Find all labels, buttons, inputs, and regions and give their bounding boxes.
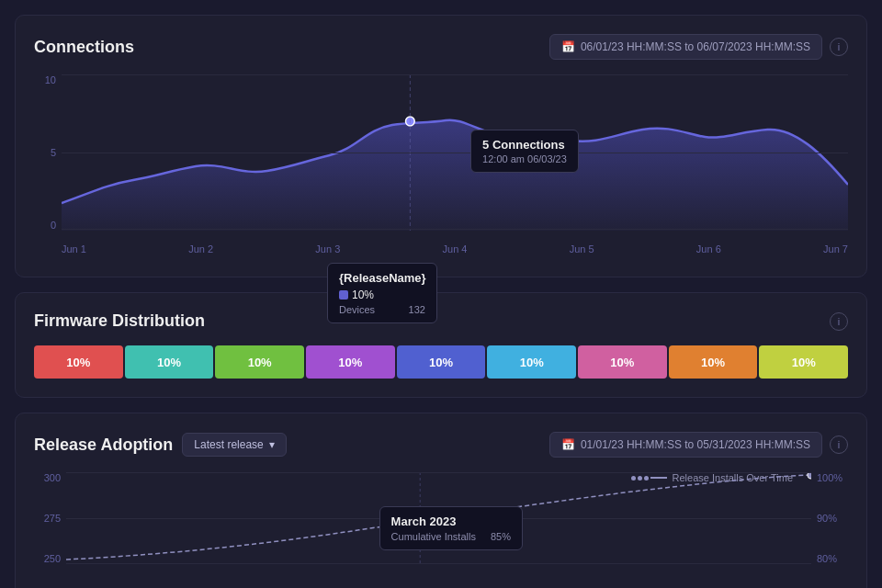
y-right-100: 100%	[817, 472, 842, 483]
fw-tooltip-percent-row: 10%	[339, 288, 425, 301]
fw-tooltip-swatch	[339, 290, 348, 300]
fw-tooltip-percent: 10%	[352, 288, 374, 301]
y-left-300: 300	[44, 472, 61, 483]
adoption-tooltip-sub-value: 85%	[491, 531, 511, 542]
adoption-grid-top	[66, 472, 811, 473]
connections-x-axis: Jun 1 Jun 2 Jun 3 Jun 4 Jun 5 Jun 6 Jun …	[62, 240, 848, 258]
y-label-10: 10	[45, 74, 56, 85]
firmware-bar: 10% 10% 10% 10% 10% 10% 10% 10% 10%	[34, 345, 848, 379]
release-info-icon[interactable]: i	[830, 435, 848, 454]
adoption-tooltip-sub-label: Cumulative Installs	[391, 531, 476, 542]
grid-line-top	[62, 74, 848, 75]
firmware-card: Firmware Distribution i {ReleaseName} 10…	[15, 292, 867, 398]
firmware-title: Firmware Distribution	[34, 311, 205, 331]
calendar-icon: 📅	[561, 40, 575, 53]
calendar-icon-release: 📅	[561, 438, 575, 451]
y-right-90: 90%	[817, 513, 837, 524]
x-label-jun1: Jun 1	[62, 243, 86, 254]
grid-line-bot	[62, 229, 848, 230]
release-adoption-title: Release Adoption	[34, 435, 173, 455]
y-left-250: 250	[44, 553, 61, 564]
fw-seg-4[interactable]: 10%	[397, 345, 486, 379]
firmware-bar-container: {ReleaseName} 10% Devices 132 10% 10% 10…	[34, 345, 848, 379]
adoption-y-right: 100% 90% 80%	[811, 472, 848, 564]
x-label-jun5: Jun 5	[570, 243, 594, 254]
connections-chart: 10 5 0	[34, 74, 848, 258]
connections-header: Connections 📅 06/01/23 HH:MM:SS to 06/07…	[34, 34, 848, 60]
fw-seg-6[interactable]: 10%	[578, 345, 667, 379]
fw-seg-7[interactable]: 10%	[669, 345, 758, 379]
fw-seg-3[interactable]: 10%	[306, 345, 395, 379]
fw-seg-2[interactable]: 10%	[215, 345, 304, 379]
release-date-text: 01/01/23 HH:MM:SS to 05/31/2023 HH:MM:SS	[581, 438, 810, 451]
adoption-chart-inner: March 2023 Cumulative Installs 85%	[66, 472, 811, 564]
x-label-jun4: Jun 4	[443, 243, 468, 254]
fw-tooltip-title: {ReleaseName}	[339, 271, 425, 285]
y-right-80: 80%	[817, 553, 837, 564]
fw-tooltip-devices-label: Devices	[339, 304, 375, 315]
firmware-header: Firmware Distribution i	[34, 311, 848, 331]
x-label-jun6: Jun 6	[696, 243, 721, 254]
fw-seg-1[interactable]: 10%	[125, 345, 214, 379]
fw-tooltip-devices: Devices 132	[339, 304, 425, 315]
connections-chart-area: 5 Connections 12:00 am 06/03/23	[62, 74, 848, 231]
fw-seg-0[interactable]: 10%	[34, 345, 123, 379]
firmware-info-icon[interactable]: i	[830, 312, 848, 331]
adoption-chart: Release Installs Over Time 300 275 250 1…	[34, 472, 848, 582]
release-header-right: 📅 01/01/23 HH:MM:SS to 05/31/2023 HH:MM:…	[549, 432, 848, 458]
adoption-grid-bot	[66, 563, 811, 564]
fw-tooltip-devices-count: 132	[409, 304, 425, 315]
release-date-range[interactable]: 📅 01/01/23 HH:MM:SS to 05/31/2023 HH:MM:…	[549, 432, 822, 458]
grid-line-mid	[62, 153, 848, 153]
connections-grid	[62, 74, 848, 231]
y-left-275: 275	[44, 513, 61, 524]
release-dropdown-label: Latest release	[194, 438, 263, 451]
connections-date-range[interactable]: 📅 06/01/23 HH:MM:SS to 06/07/2023 HH:MM:…	[549, 34, 822, 60]
connections-info-icon[interactable]: i	[830, 38, 848, 56]
connections-title: Connections	[34, 38, 134, 57]
connections-date-text: 06/01/23 HH:MM:SS to 06/07/2023 HH:MM:SS	[581, 40, 810, 53]
adoption-y-left: 300 275 250	[34, 472, 66, 564]
fw-seg-8[interactable]: 10%	[759, 345, 848, 379]
adoption-tooltip: March 2023 Cumulative Installs 85%	[379, 506, 523, 550]
release-adoption-header: Release Adoption Latest release ▾ 📅 01/0…	[34, 432, 848, 458]
x-label-jun7: Jun 7	[823, 243, 848, 254]
release-adoption-card: Release Adoption Latest release ▾ 📅 01/0…	[15, 413, 867, 588]
fw-seg-5[interactable]: 10%	[487, 345, 576, 379]
x-label-jun2: Jun 2	[188, 243, 213, 254]
release-header-left: Release Adoption Latest release ▾	[34, 433, 287, 457]
connections-y-axis: 10 5 0	[34, 74, 62, 231]
connections-card: Connections 📅 06/01/23 HH:MM:SS to 06/07…	[15, 15, 867, 277]
connections-header-right: 📅 06/01/23 HH:MM:SS to 06/07/2023 HH:MM:…	[549, 34, 848, 60]
y-label-0: 0	[51, 220, 56, 231]
x-label-jun3: Jun 3	[315, 243, 340, 254]
firmware-tooltip: {ReleaseName} 10% Devices 132	[327, 263, 437, 323]
release-dropdown[interactable]: Latest release ▾	[182, 433, 286, 457]
chevron-down-icon: ▾	[269, 438, 275, 451]
y-label-5: 5	[51, 147, 56, 158]
adoption-tooltip-title: March 2023	[391, 514, 511, 528]
adoption-tooltip-sub: Cumulative Installs 85%	[391, 531, 511, 542]
